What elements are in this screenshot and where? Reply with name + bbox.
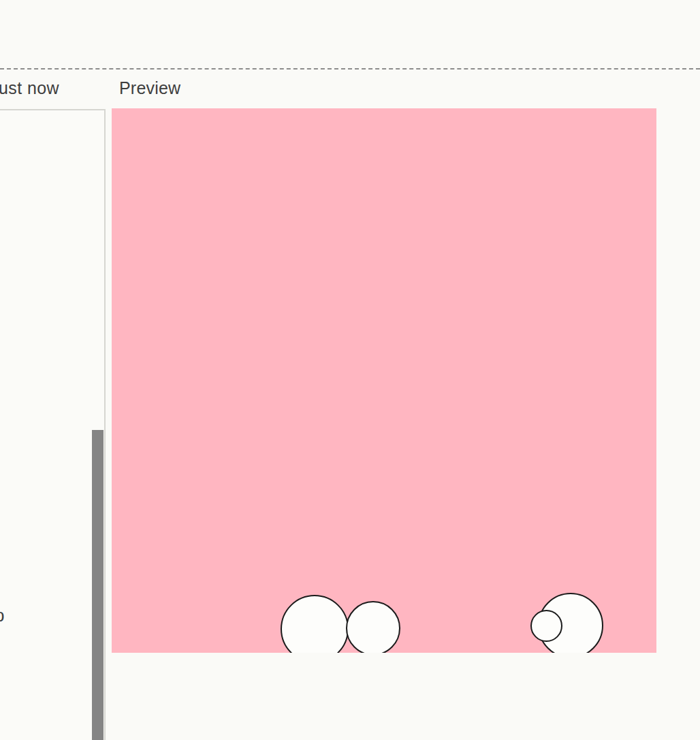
preview-game-canvas[interactable] xyxy=(112,108,656,653)
top-strip xyxy=(0,0,700,68)
chat-scrollbar[interactable] xyxy=(92,430,104,740)
bubble[interactable] xyxy=(346,601,400,653)
dashed-separator xyxy=(0,68,700,70)
app-window: ust now Preview p xyxy=(0,0,700,740)
chat-panel xyxy=(0,109,106,740)
chat-timestamp: ust now xyxy=(0,77,59,99)
chat-message-text-fragment: p xyxy=(0,604,4,627)
bubble[interactable] xyxy=(530,610,562,642)
bubble[interactable] xyxy=(281,595,349,653)
header-row: ust now Preview xyxy=(0,77,700,100)
preview-pane-title: Preview xyxy=(119,77,180,99)
